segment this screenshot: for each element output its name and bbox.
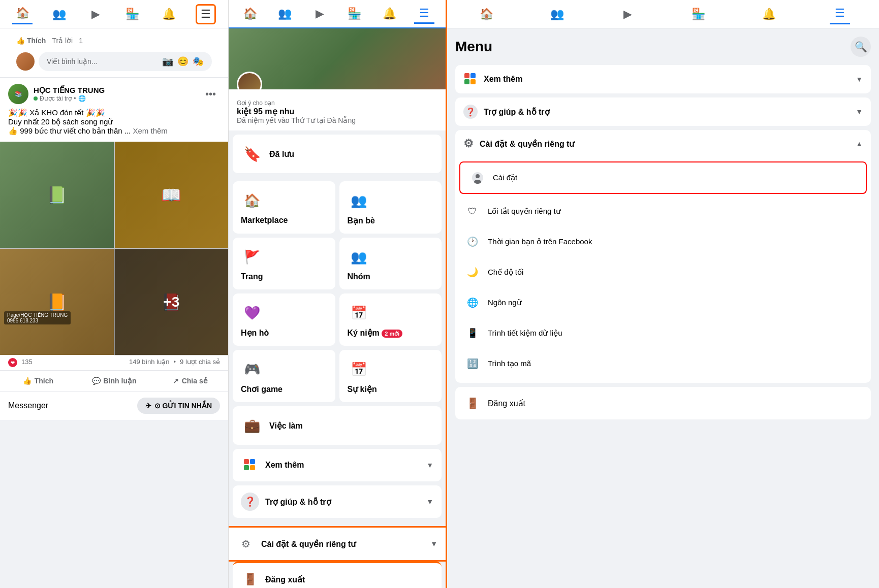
settings-bar-left: ⚙ Cài đặt & quyền riêng tư — [237, 535, 356, 553]
svg-rect-0 — [244, 459, 249, 464]
settings-content: Menu 🔍 Xem thêm ▼ — [447, 28, 879, 588]
privacy-shortcut-label: Lối tắt quyền riêng tư — [488, 207, 561, 216]
p3-nav-bell[interactable]: 🔔 — [759, 4, 779, 24]
nav-menu-hamburger[interactable]: ☰ — [196, 4, 216, 24]
post-image-4: 📕 +3 — [115, 249, 229, 355]
logout-label-p2: Đăng xuất — [265, 575, 305, 584]
book-icon-1: 📗 — [0, 142, 114, 248]
help-icon-p3: ❓ — [463, 105, 478, 119]
book-icon-3: 📙 — [0, 249, 114, 355]
privacy-shortcut-item[interactable]: 🛡 Lối tắt quyền riêng tư — [455, 196, 871, 226]
cai-dat-chevron: ▲ — [856, 140, 863, 148]
globe-world-icon: 🌐 — [78, 95, 86, 102]
code-generator-item[interactable]: 🔢 Trình tạo mã — [455, 348, 871, 379]
heart-stats-icon: ❤ — [8, 358, 17, 367]
p2-nav-bell[interactable]: 🔔 — [379, 4, 399, 24]
p3-nav-menu[interactable]: ☰ — [830, 4, 850, 24]
post-subtitle: Được tài trợ • 🌐 — [34, 95, 196, 102]
saved-menu-item[interactable]: 🔖 Đã lưu — [233, 135, 442, 173]
nav-marketplace[interactable]: 🏪 — [122, 4, 143, 24]
language-item[interactable]: 🌐 Ngôn ngữ — [455, 287, 871, 318]
memories-badge: 2 mới — [382, 330, 402, 338]
send-message-button[interactable]: ✈ ⊙ GỬI TIN NHẮN — [137, 398, 220, 414]
code-generator-label: Trình tạo mã — [488, 359, 531, 368]
nav-bell[interactable]: 🔔 — [159, 4, 179, 24]
see-more-chevron: ▼ — [426, 461, 433, 469]
pages-label: Trang — [241, 272, 327, 281]
marketplace-menu-item[interactable]: 🏠 Marketplace — [233, 181, 335, 234]
pages-menu-item[interactable]: 🚩 Trang — [233, 238, 335, 289]
p3-nav-marketplace[interactable]: 🏪 — [688, 4, 709, 24]
see-more-left: Xem thêm — [241, 456, 304, 474]
data-saver-item[interactable]: 📱 Trình tiết kiệm dữ liệu — [455, 318, 871, 348]
comment-input-area[interactable]: Viết bình luận... 📷 😊 🎭 — [39, 52, 212, 71]
post-actions: 👍 Thích 💬 Bình luận ↗ Chia sẻ — [0, 370, 228, 391]
post-options-button[interactable]: ••• — [201, 86, 220, 102]
page-avatar-img: 📚 — [8, 84, 28, 104]
p2-nav-home[interactable]: 🏠 — [240, 4, 260, 24]
nav-friends[interactable]: 👥 — [49, 4, 69, 24]
p2-nav-menu[interactable]: ☰ — [414, 4, 434, 24]
tro-giup-header[interactable]: ❓ Trợ giúp & hỗ trợ ▼ — [455, 97, 871, 126]
panel-feed: 🏠 👥 ▶ 🏪 🔔 ☰ 👍 Thích Trả lời 1 — [0, 0, 229, 588]
page-name[interactable]: HỌC TIẾNG TRUNG — [34, 86, 196, 95]
post-card: 📚 HỌC TIẾNG TRUNG Được tài trợ • 🌐 ••• 🎉… — [0, 78, 228, 420]
xem-them-header[interactable]: Xem thêm ▼ — [455, 65, 871, 93]
events-icon: 📅 — [348, 358, 370, 380]
p3-nav-friends[interactable]: 👥 — [547, 4, 568, 24]
svg-point-10 — [474, 180, 481, 184]
cai-dat-inner: Cài đặt 🛡 Lối tắt quyền riêng tư 🕐 Thời … — [455, 157, 871, 383]
messenger-icon: ✈ — [145, 402, 151, 410]
settings-search-button[interactable]: 🔍 — [851, 37, 871, 57]
post-header: 📚 HỌC TIẾNG TRUNG Được tài trợ • 🌐 ••• — [0, 78, 228, 104]
section-cai-dat: ⚙ Cài đặt & quyền riêng tư ▲ Cài đặt — [455, 130, 871, 383]
help-label: Trợ giúp & hỗ trợ — [265, 497, 331, 507]
reply-button[interactable]: Trả lời — [52, 37, 73, 45]
nav-home[interactable]: 🏠 — [12, 4, 33, 24]
logout-item-p3[interactable]: 🚪 Đăng xuất — [455, 387, 871, 419]
pages-icon: 🚩 — [241, 246, 263, 268]
shield-icon: 🛡 — [463, 202, 482, 220]
dating-menu-item[interactable]: 💜 Hẹn hò — [233, 293, 335, 346]
plus-more-overlay: +3 — [115, 249, 229, 355]
cai-dat-header[interactable]: ⚙ Cài đặt & quyền riêng tư ▲ — [455, 130, 871, 157]
comment-action-button[interactable]: 💬 Bình luận — [76, 373, 152, 389]
settings-bar-chevron: ▼ — [430, 540, 437, 548]
p3-nav-home[interactable]: 🏠 — [477, 4, 497, 24]
events-menu-item[interactable]: 📅 Sự kiện — [339, 350, 442, 402]
sponsored-label: Được tài trợ — [40, 95, 72, 102]
p2-nav-video[interactable]: ▶ — [309, 4, 330, 24]
memories-menu-item[interactable]: 📅 Ký niệm 2 mới — [339, 293, 442, 346]
time-on-fb-item[interactable]: 🕐 Thời gian bạn ở trên Facebook — [455, 226, 871, 257]
help-menu-item[interactable]: ❓ Trợ giúp & hỗ trợ ▼ — [233, 485, 442, 518]
feed-area: 👍 Thích Trả lời 1 Viết bình luận... 📷 😊 … — [0, 28, 228, 588]
jobs-menu-item[interactable]: 💼 Việc làm — [233, 406, 442, 445]
like-button[interactable]: 👍 Thích — [16, 37, 46, 45]
gaming-menu-item[interactable]: 🎮 Chơi game — [233, 350, 335, 402]
see-more-button[interactable]: Xem thêm — [133, 126, 167, 135]
friends-menu-item[interactable]: 👥 Bạn bè — [339, 181, 442, 234]
person-circle-icon — [472, 172, 484, 184]
code-icon: 🔢 — [463, 354, 482, 373]
see-more-menu-item[interactable]: Xem thêm ▼ — [233, 449, 442, 481]
cai-dat-item[interactable]: Cài đặt — [459, 161, 867, 194]
post-image-2: 📖 — [115, 142, 229, 248]
like-action-label: Thích — [35, 377, 53, 385]
p2-nav-marketplace[interactable]: 🏪 — [344, 4, 365, 24]
gaming-icon: 🎮 — [241, 358, 263, 380]
p3-nav-video[interactable]: ▶ — [618, 4, 638, 24]
like-action-button[interactable]: 👍 Thích — [0, 373, 76, 389]
p2-nav-friends[interactable]: 👥 — [275, 4, 295, 24]
suggestion-hint: Gợi ý cho bạn — [237, 100, 437, 107]
comment-icons: 📷 😊 🎭 — [162, 56, 204, 67]
settings-privacy-bar[interactable]: ⚙ Cài đặt & quyền riêng tư ▼ — [229, 526, 446, 562]
nav-video[interactable]: ▶ — [85, 4, 106, 24]
tro-giup-chevron: ▼ — [856, 108, 863, 116]
messenger-label: Messenger — [8, 401, 48, 410]
reply-label: Trả lời — [52, 37, 73, 45]
share-action-button[interactable]: ↗ Chia sẻ — [152, 373, 228, 389]
groups-menu-item[interactable]: 👥 Nhóm — [339, 238, 442, 289]
logout-bar-p2[interactable]: 🚪 Đăng xuất — [233, 562, 442, 588]
globe-icon: 🌐 — [463, 293, 482, 312]
dark-mode-item[interactable]: 🌙 Chế độ tối — [455, 257, 871, 287]
